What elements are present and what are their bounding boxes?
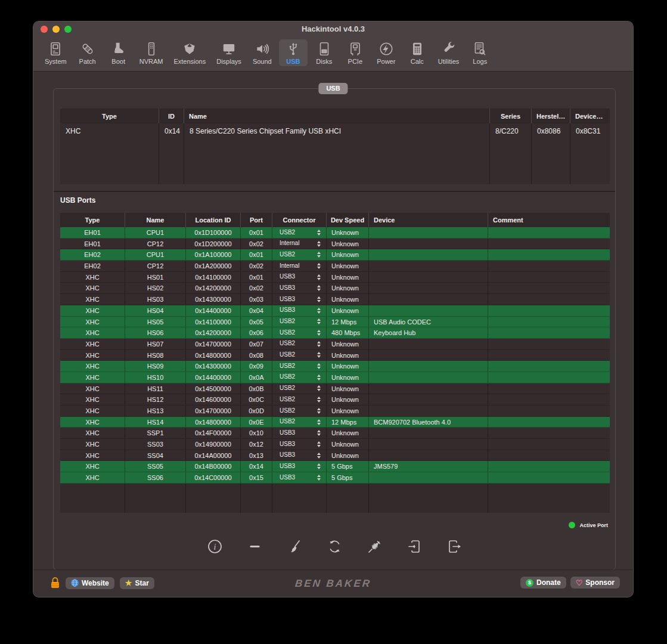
port-row[interactable]: XHCHS090x143000000x09USB2Unknown — [60, 361, 610, 372]
toolbar-item-nvram[interactable]: NVRAM — [135, 39, 167, 66]
column-header-location-id[interactable]: Location ID — [186, 213, 241, 227]
connector-popup[interactable]: USB2 — [272, 317, 327, 327]
info-button[interactable]: i — [207, 535, 223, 558]
active-port-dot — [569, 522, 575, 528]
port-row[interactable]: XHCHS030x143000000x03USB3Unknown — [60, 294, 610, 305]
column-header-device-id[interactable]: Device… — [570, 109, 610, 123]
toolbar-item-power[interactable]: Power — [372, 39, 401, 66]
port-row[interactable]: EH01CP120x1D2000000x02InternalUnknown — [60, 239, 610, 250]
tab-usb[interactable]: USB — [318, 83, 348, 94]
controller-row[interactable]: XHC0x148 Series/C220 Series Chipset Fami… — [60, 123, 610, 140]
refresh-button[interactable] — [327, 535, 343, 558]
column-header-series[interactable]: Series — [490, 109, 532, 123]
connector-popup[interactable]: USB2 — [272, 394, 327, 405]
port-row[interactable]: XHCHS020x142000000x02USB3Unknown — [60, 283, 610, 294]
cell: 0x02 — [241, 261, 272, 271]
export-button[interactable] — [446, 535, 463, 558]
toolbar-item-system[interactable]: System — [41, 39, 71, 66]
sponsor-button[interactable]: ♡ Sponsor — [570, 577, 620, 589]
port-row[interactable]: XHCSS060x14C000000x15USB35 Gbps — [60, 472, 610, 484]
port-row[interactable]: EH02CPU10x1A1000000x01USB2Unknown — [60, 249, 610, 261]
remove-button[interactable] — [247, 535, 263, 558]
cell — [488, 450, 610, 461]
connector-popup[interactable]: Internal — [272, 261, 327, 271]
connector-popup[interactable]: USB2 — [272, 372, 327, 383]
column-header-connector[interactable]: Connector — [272, 213, 327, 227]
port-actions-toolbar: i — [54, 535, 615, 558]
toolbar-item-patch[interactable]: Patch — [73, 39, 102, 66]
port-row[interactable]: EH02CP120x1A2000000x02InternalUnknown — [60, 261, 610, 272]
connector-popup[interactable]: USB3 — [272, 305, 327, 316]
toolbar-item-displays[interactable]: Displays — [212, 39, 246, 66]
port-row[interactable]: XHCSS050x14B000000x14USB35 GbpsJMS579 — [60, 461, 610, 472]
cell: 480 Mbps — [327, 327, 369, 338]
column-header-name[interactable]: Name — [184, 109, 490, 123]
cell: XHC — [60, 428, 125, 438]
utilities-icon — [441, 41, 457, 57]
column-header-comment[interactable]: Comment — [488, 213, 610, 227]
connector-popup[interactable]: USB3 — [272, 428, 327, 438]
cell — [488, 383, 610, 394]
port-row[interactable]: XHCHS050x141000000x05USB212 MbpsUSB Audi… — [60, 317, 610, 328]
column-header-type[interactable]: Type — [60, 213, 125, 227]
toolbar-item-utilities[interactable]: Utilities — [434, 39, 463, 66]
port-row[interactable]: XHCSS040x14A000000x13USB3Unknown — [60, 450, 610, 462]
connector-popup[interactable]: USB3 — [272, 283, 327, 293]
connector-popup[interactable]: USB2 — [272, 417, 327, 428]
toolbar-item-logs[interactable]: Logs — [466, 39, 494, 66]
connector-popup[interactable]: USB2 — [272, 405, 327, 416]
toolbar-item-sound[interactable]: Sound — [248, 39, 277, 66]
toolbar-item-calc[interactable]: Calc — [403, 39, 432, 66]
port-row[interactable]: XHCHS140x148000000x0EUSB212 MbpsBCM92070… — [60, 417, 610, 428]
toolbar-item-extensions[interactable]: Extensions — [169, 39, 210, 66]
cell: Keyboard Hub — [369, 327, 488, 338]
connector-popup[interactable]: USB2 — [272, 383, 327, 394]
connector-popup[interactable]: USB3 — [272, 294, 327, 305]
column-header-port[interactable]: Port — [241, 213, 272, 227]
connector-popup[interactable]: USB3 — [272, 472, 327, 483]
port-row[interactable]: XHCHS060x142000000x06USB2480 MbpsKeyboar… — [60, 327, 610, 339]
cell — [369, 372, 488, 383]
column-header-type[interactable]: Type — [60, 109, 159, 123]
port-row[interactable]: XHCHS120x146000000x0CUSB2Unknown — [60, 394, 610, 405]
port-row[interactable]: XHCHS010x141000000x01USB3Unknown — [60, 272, 610, 283]
connector-popup[interactable]: USB2 — [272, 339, 327, 349]
column-header-device[interactable]: Device — [369, 213, 488, 227]
port-row[interactable]: XHCHS100x144000000x0AUSB2Unknown — [60, 372, 610, 383]
connector-popup[interactable]: USB2 — [272, 327, 327, 338]
port-row[interactable]: XHCHS070x147000000x07USB2Unknown — [60, 339, 610, 350]
port-row[interactable]: EH01CPU10x1D1000000x01USB2Unknown — [60, 227, 610, 239]
stepper-arrows-icon — [317, 363, 321, 369]
port-row[interactable]: XHCHS080x148000000x08USB2Unknown — [60, 350, 610, 361]
statusbar-right: $ Donate ♡ Sponsor — [520, 577, 620, 589]
column-header-vendor-id[interactable]: Herstel… — [532, 109, 570, 123]
toolbar-item-disks[interactable]: Disks — [310, 39, 339, 66]
toolbar-item-pcie[interactable]: PCIe — [341, 39, 370, 66]
port-row[interactable]: XHCSSP10x14F000000x10USB3Unknown — [60, 428, 610, 439]
connector-popup[interactable]: USB2 — [272, 249, 327, 260]
toolbar-item-boot[interactable]: Boot — [104, 39, 133, 66]
column-header-name[interactable]: Name — [125, 213, 186, 227]
connector-popup[interactable]: USB2 — [272, 361, 327, 371]
connector-popup[interactable]: USB3 — [272, 272, 327, 283]
import-button[interactable] — [407, 535, 423, 558]
connector-popup[interactable]: Internal — [272, 239, 327, 249]
connector-popup[interactable]: USB3 — [272, 461, 327, 472]
column-header-id[interactable]: ID — [159, 109, 184, 123]
cell — [369, 405, 488, 416]
port-row[interactable]: XHCHS040x144000000x04USB3Unknown — [60, 305, 610, 317]
connector-popup[interactable]: USB3 — [272, 450, 327, 461]
port-row[interactable]: XHCSS030x149000000x12USB3Unknown — [60, 439, 610, 450]
connector-popup[interactable]: USB2 — [272, 350, 327, 361]
column-header-dev-speed[interactable]: Dev Speed — [327, 213, 369, 227]
port-row[interactable]: XHCHS110x145000000x0BUSB2Unknown — [60, 383, 610, 395]
connector-popup[interactable]: USB3 — [272, 439, 327, 450]
inject-button[interactable] — [367, 535, 383, 558]
cell: EH02 — [60, 249, 125, 260]
port-row[interactable]: XHCHS130x147000000x0DUSB2Unknown — [60, 405, 610, 417]
connector-popup[interactable]: USB2 — [272, 227, 327, 238]
donate-button[interactable]: $ Donate — [520, 577, 566, 589]
toolbar-item-usb[interactable]: USB — [279, 39, 308, 66]
cell: 8 Series/C220 Series Chipset Family USB … — [184, 123, 490, 140]
clear-button[interactable] — [287, 535, 303, 558]
